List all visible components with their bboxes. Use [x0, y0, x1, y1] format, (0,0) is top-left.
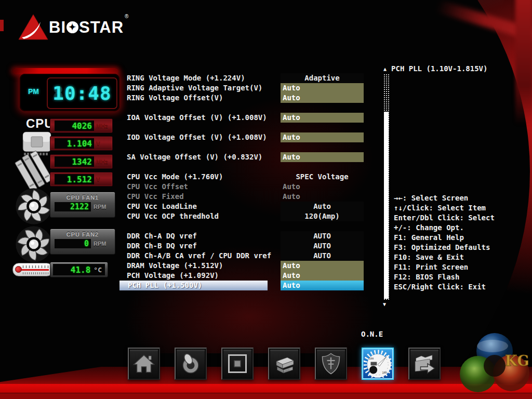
menu-row[interactable]: IOD Voltage Offset (V) (+1.008V)Auto: [127, 132, 364, 142]
menu-row-label[interactable]: IOA Voltage Offset (V) (+1.008V): [127, 113, 281, 123]
scroll-down-icon[interactable]: ▼: [383, 301, 386, 307]
cpu-frequency-panel: 4026 MHz: [50, 118, 113, 133]
memory-voltage-value: 1.512: [67, 175, 92, 184]
hotkey-help-line: ↑↓/Click: Select Item: [394, 203, 495, 213]
menu-row-label[interactable]: IOD Voltage Offset (V) (+1.008V): [127, 132, 281, 142]
memory-frequency-unit: MHz: [96, 158, 108, 165]
menu-row[interactable]: CPU Vcc OCP thredhold120(Amp): [127, 211, 364, 221]
menu-row[interactable]: CPU Vcc LoadLineAuto: [127, 202, 364, 211]
cpu-voltage-value: 1.104: [67, 139, 92, 149]
shield-icon: [318, 351, 343, 376]
menu-row[interactable]: DDR Ch-B DQ vrefAUTO: [127, 241, 364, 251]
menu-row-value[interactable]: Adaptive: [281, 73, 364, 83]
tab-save-exit[interactable]: [408, 348, 441, 380]
menu-row-value[interactable]: Auto: [281, 261, 364, 271]
menu-row-value[interactable]: Auto: [281, 93, 364, 103]
menu-row-label[interactable]: SA Voltage Offset (V) (+0.832V): [127, 152, 281, 162]
menu-row[interactable]: PCH PLL (+1.500V)Auto: [127, 281, 364, 290]
cpu-fan2-value: 0: [84, 239, 89, 248]
tab-one[interactable]: 100 180: [362, 348, 394, 380]
menu-row[interactable]: CPU Vcc OffsetAuto: [127, 182, 364, 192]
menu-row-value[interactable]: Auto: [281, 182, 364, 192]
bg-red-streak: [515, 0, 532, 125]
scrollbar-thumb[interactable]: [384, 112, 389, 299]
menu-row-label[interactable]: RING Voltage Offset(V): [127, 93, 281, 103]
menu-row-label[interactable]: PCH PLL (+1.500V): [119, 281, 268, 290]
tab-security[interactable]: [315, 348, 347, 380]
menu-row-label[interactable]: PCH Voltage (+1.092V): [127, 271, 281, 281]
menu-row-value[interactable]: Auto: [281, 271, 364, 281]
menu-row-value[interactable]: Auto: [281, 113, 364, 123]
menu-row-label[interactable]: DDR Ch-B DQ vref: [127, 241, 281, 251]
menu-row-value[interactable]: Auto: [281, 192, 364, 202]
menu-row-value[interactable]: Auto: [281, 83, 364, 93]
menu-row-value[interactable]: AUTO: [281, 231, 364, 241]
hotkey-help-line: Enter/Dbl Click: Select: [394, 213, 495, 223]
cpu-frequency-unit: MHz: [96, 123, 108, 129]
tab-chipset[interactable]: [221, 348, 254, 380]
biostar-logo: BI✦STAR ®: [18, 14, 128, 41]
hotkey-help-line: ESC/Right Click: Exit: [394, 282, 495, 292]
hotkey-help-line: →←: Select Screen: [394, 193, 495, 203]
menu-row-label[interactable]: RING Voltage Mode (+1.224V): [127, 73, 281, 83]
chipset-icon: [225, 351, 250, 376]
menu-row-label[interactable]: RING Adaptive Voltage Target(V): [127, 83, 281, 93]
menu-row-label[interactable]: CPU Vcc Fixed: [127, 192, 281, 202]
menu-row-value[interactable]: AUTO: [281, 241, 364, 251]
one-tab-label: O.N.E: [361, 330, 383, 338]
menu-row[interactable]: SA Voltage Offset (V) (+0.832V)Auto: [127, 152, 364, 162]
menu-row[interactable]: RING Voltage Offset(V)Auto: [127, 93, 364, 103]
bg-edge-notch: [0, 20, 4, 31]
clock-widget: PM 88:88 10:48: [20, 74, 119, 111]
menu-row-value[interactable]: Auto: [281, 132, 364, 142]
menu-row-value[interactable]: SPEC Voltage: [281, 172, 364, 182]
menu-row[interactable]: DDR Ch-A/B CA vref / CPU DDR vrefAUTO: [127, 251, 364, 261]
menu-row[interactable]: DDR Ch-A DQ vrefAUTO: [127, 231, 364, 241]
menu-row-value[interactable]: AUTO: [281, 251, 364, 261]
svg-text:100: 100: [369, 357, 374, 360]
menu-row-value[interactable]: 120(Amp): [281, 211, 364, 221]
info-title-text: PCH PLL (1.10V-1.815V): [391, 64, 487, 73]
svg-text:180: 180: [382, 371, 387, 374]
menu-row-value[interactable]: Auto: [281, 152, 364, 162]
hotkey-help-line: F1: General Help: [394, 233, 495, 243]
menu-row-value[interactable]: Auto: [281, 202, 364, 211]
menu-row-label[interactable]: DDR Ch-A/B CA vref / CPU DDR vref: [127, 251, 281, 261]
cpu-voltage-panel: 1.104 V: [50, 136, 113, 151]
hotkey-help-line: F11: Print Screen: [394, 262, 495, 272]
menu-row-label[interactable]: CPU Vcc Mode (+1.760V): [127, 172, 281, 182]
menu-row-label[interactable]: DDR Ch-A DQ vref: [127, 231, 281, 241]
tab-boot[interactable]: [268, 348, 300, 380]
biostar-wordmark: BI✦STAR: [49, 19, 124, 35]
menu-row-label[interactable]: CPU Vcc Offset: [127, 182, 281, 192]
folder-exit-icon: [411, 351, 437, 376]
hotkey-help-line: +/-: Change Opt.: [394, 223, 495, 233]
menu-row[interactable]: RING Voltage Mode (+1.224V)Adaptive: [127, 73, 364, 83]
menu-row-label[interactable]: CPU Vcc OCP thredhold: [127, 211, 281, 221]
memory-frequency-value: 1342: [72, 157, 92, 167]
scrollbar-track[interactable]: [383, 74, 389, 300]
bottom-red-strip: [0, 393, 532, 399]
bottom-red-band: [0, 384, 532, 393]
menu-row[interactable]: PCH Voltage (+1.092V)Auto: [127, 271, 364, 281]
menu-row-label[interactable]: DRAM Voltage (+1.512V): [127, 261, 281, 271]
menu-row[interactable]: IOA Voltage Offset (V) (+1.008V)Auto: [127, 113, 364, 123]
menu-row[interactable]: CPU Vcc FixedAuto: [127, 192, 364, 202]
menu-row[interactable]: DRAM Voltage (+1.512V)Auto: [127, 261, 364, 271]
menu-row-label[interactable]: CPU Vcc LoadLine: [127, 202, 281, 211]
fan-icon: [15, 225, 53, 263]
cpu-fan2-title: CPU FAN2: [50, 231, 115, 237]
gauge-icon: 100 180: [364, 350, 392, 378]
menu-row[interactable]: CPU Vcc Mode (+1.760V)SPEC Voltage: [127, 172, 364, 182]
scroll-up-icon[interactable]: ▲: [383, 66, 387, 72]
settings-menu: RING Voltage Mode (+1.224V)AdaptiveRING …: [127, 73, 364, 290]
tab-advanced[interactable]: [175, 348, 207, 380]
biostar-triangle-icon: [18, 14, 49, 41]
clock-display: 88:88 10:48: [47, 77, 117, 109]
tab-main[interactable]: [128, 348, 160, 380]
star-o-icon: ✦: [66, 21, 78, 33]
menu-row-value[interactable]: Auto: [281, 281, 364, 290]
menu-row[interactable]: RING Adaptive Voltage Target(V)Auto: [127, 83, 364, 93]
temperature-unit: °C: [94, 266, 102, 274]
info-panel-title: ▲ PCH PLL (1.10V-1.815V): [383, 64, 487, 73]
